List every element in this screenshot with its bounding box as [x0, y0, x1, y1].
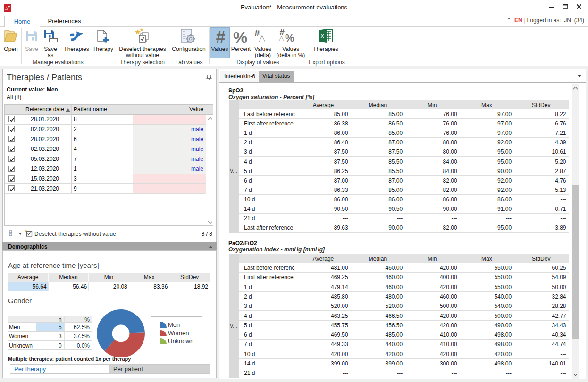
svg-text:X: X: [320, 33, 325, 40]
